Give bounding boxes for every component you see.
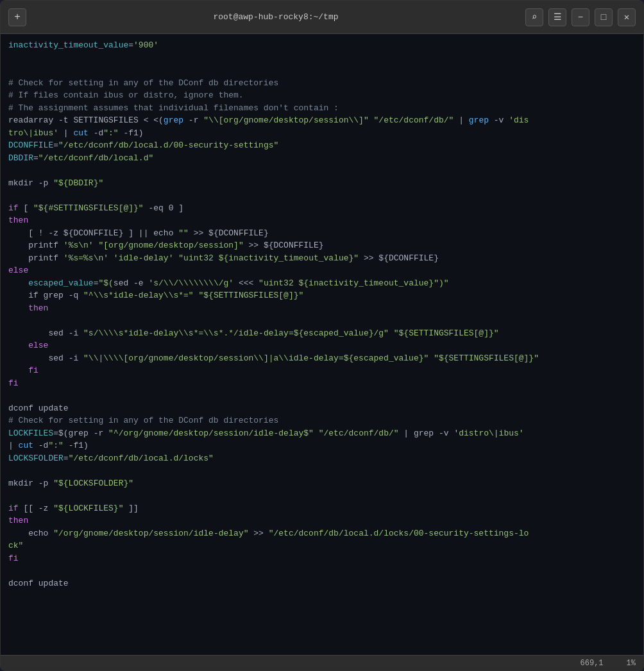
plus-icon: + bbox=[14, 12, 21, 23]
statusbar: 669,1 1% bbox=[1, 655, 643, 670]
titlebar-controls: ⌕ ☰ − □ ✕ bbox=[525, 8, 636, 26]
scroll-percent: 1% bbox=[627, 659, 636, 668]
hamburger-icon: ☰ bbox=[554, 12, 562, 22]
terminal-window: + root@awp-hub-rocky8:~/tmp ⌕ ☰ − □ ✕ in… bbox=[0, 0, 644, 671]
search-button[interactable]: ⌕ bbox=[525, 8, 543, 26]
maximize-button[interactable]: □ bbox=[595, 8, 613, 26]
minimize-button[interactable]: − bbox=[572, 8, 589, 26]
search-icon: ⌕ bbox=[532, 12, 537, 22]
close-button[interactable]: ✕ bbox=[618, 8, 636, 26]
maximize-icon: □ bbox=[601, 12, 606, 22]
statusbar-spacer bbox=[604, 659, 627, 668]
close-icon: ✕ bbox=[624, 12, 629, 22]
cursor-position: 669,1 bbox=[580, 659, 604, 668]
terminal-text: inactivity_timeout_value='900' # Check f… bbox=[8, 39, 636, 590]
titlebar-left: + bbox=[8, 8, 26, 26]
titlebar: + root@awp-hub-rocky8:~/tmp ⌕ ☰ − □ ✕ bbox=[1, 1, 643, 34]
minimize-icon: − bbox=[578, 12, 583, 22]
new-tab-button[interactable]: + bbox=[8, 8, 26, 26]
menu-button[interactable]: ☰ bbox=[548, 8, 566, 26]
terminal-content[interactable]: inactivity_timeout_value='900' # Check f… bbox=[1, 34, 643, 655]
window-title: root@awp-hub-rocky8:~/tmp bbox=[26, 12, 525, 22]
